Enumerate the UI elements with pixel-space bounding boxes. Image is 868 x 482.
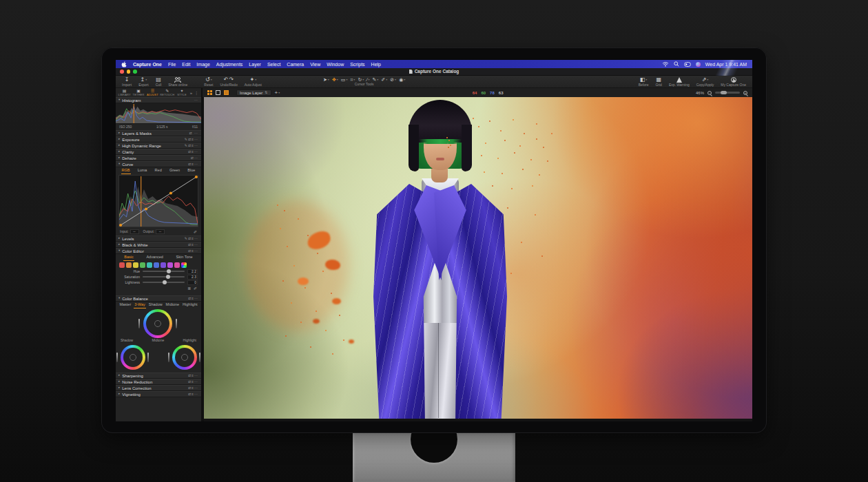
panel-histogram[interactable]: ▾ Histogram ⋯ <box>116 97 201 103</box>
cb-tab-highlight[interactable]: Highlight <box>182 302 198 308</box>
swatch-blue[interactable] <box>154 262 159 268</box>
undo-redo-button[interactable]: ↶↷ Undo/Redo <box>216 76 240 87</box>
swatch-magenta[interactable] <box>167 262 173 268</box>
cursor-tool-pan[interactable]: ✥▾ <box>332 77 338 82</box>
cb-tab-midtone[interactable]: Midtone <box>165 302 180 308</box>
cb-tab-master[interactable]: Master <box>118 302 132 308</box>
menu-file[interactable]: File <box>168 62 176 67</box>
panel-high-dynamic-range[interactable]: ▸ High Dynamic Range ✎⇄≡⋯ <box>116 143 201 149</box>
menu-scripts[interactable]: Scripts <box>350 62 364 67</box>
panel-lens-correction[interactable]: ▸ Lens Correction ⇄≡⋯ <box>116 385 201 391</box>
menu-view[interactable]: View <box>310 62 320 67</box>
color-editor-tab-basic[interactable]: Basic <box>123 254 134 261</box>
curve-graph[interactable] <box>118 175 198 227</box>
panel-levels[interactable]: ▸ Levels ✎⇄≡⋯ <box>116 235 201 242</box>
highlight-wheel[interactable] <box>172 345 197 370</box>
share-online-button[interactable]: Share online <box>165 76 191 87</box>
swatch-green[interactable] <box>140 262 145 268</box>
panel-noise-reduction[interactable]: ▸ Noise Reduction ⇄≡⋯ <box>116 379 201 385</box>
reset-button[interactable]: ↺▾ Reset <box>200 76 216 87</box>
panel-dehaze[interactable]: ▸ Dehaze ⇄⋯ <box>116 155 201 161</box>
color-editor-tab-advanced[interactable]: Advanced <box>145 254 163 261</box>
tab-adjust[interactable]: ☰ ADJUST <box>146 89 159 96</box>
tab-library[interactable]: ▤ LIBRARY <box>118 89 131 96</box>
saturation-slider-thumb[interactable] <box>166 275 170 279</box>
curve-tab-luma[interactable]: Luma <box>137 167 148 174</box>
image-viewer[interactable] <box>204 97 752 419</box>
search-icon[interactable] <box>674 61 679 67</box>
zoom-in-icon[interactable]: + <box>743 91 747 95</box>
zoom-slider-thumb[interactable] <box>721 91 727 94</box>
layer-select[interactable]: Image Layer ⇅ <box>236 90 271 96</box>
menu-adjustments[interactable]: Adjustments <box>216 62 243 67</box>
panel-layers-masks[interactable]: ▸ Layers & Masks ⇄ ⋯ <box>116 130 201 136</box>
menu-clock[interactable]: Wed Apr 1 9:41 AM <box>705 62 747 67</box>
menu-window[interactable]: Window <box>327 62 344 67</box>
lightness-value[interactable]: 0 <box>187 280 198 285</box>
panel-exposure[interactable]: ▸ Exposure ✎⇄≡⋯ <box>116 136 201 143</box>
control-center-icon[interactable] <box>684 62 691 67</box>
cursor-tool-spot[interactable]: ✎▾ <box>372 77 378 82</box>
curve-output-field[interactable]: -- <box>156 229 165 234</box>
color-picker-icon[interactable]: ✐ <box>194 286 197 291</box>
add-layer-button[interactable]: +▾ <box>275 90 280 96</box>
cursor-tool-straighten[interactable]: ∕▾ <box>366 77 369 82</box>
auto-adjust-button[interactable]: ✦▾ Auto Adjust <box>241 76 265 87</box>
swatch-all-colors[interactable] <box>181 262 187 268</box>
panel-color-editor[interactable]: ▾ Color Editor ⇄≡⋯ <box>116 248 201 254</box>
panel-clarity[interactable]: ▸ Clarity ⇄≡⋯ <box>116 149 201 155</box>
menu-select[interactable]: Select <box>267 62 280 67</box>
tab-tether[interactable]: ▣ TETHER <box>132 89 145 96</box>
exposure-warning-button[interactable]: Exp. Warning <box>665 76 693 87</box>
before-button[interactable]: ◧▾ Before <box>635 76 652 87</box>
zoom-slider[interactable] <box>715 92 740 94</box>
import-button[interactable]: ↧ Import <box>118 76 135 87</box>
curve-tab-blue[interactable]: Blue <box>187 167 196 174</box>
lightness-slider-thumb[interactable] <box>163 280 167 284</box>
multi-view-icon[interactable] <box>207 90 209 92</box>
cursor-tool-orientation[interactable]: ▭▾ <box>341 77 348 82</box>
saturation-value[interactable]: 2.3 <box>187 275 198 280</box>
zoom-out-icon[interactable]: - <box>707 91 712 95</box>
panel-more-icon[interactable]: ⋯ <box>194 98 198 102</box>
curve-tab-green[interactable]: Green <box>169 167 180 174</box>
menu-image[interactable]: Image <box>196 62 209 67</box>
cursor-tool-crop[interactable]: ⌗▾ <box>350 77 355 82</box>
copy-apply-button[interactable]: ⇗▾ Copy/Apply <box>693 76 718 87</box>
cursor-tool-pick-color[interactable]: ◉▾ <box>399 77 405 82</box>
tab-retouch[interactable]: ✎ RETOUCH <box>160 89 174 96</box>
cursor-tool-erase[interactable]: ⊘▾ <box>390 77 396 82</box>
menu-app-name[interactable]: Capture One <box>133 62 162 67</box>
cursor-tool-select[interactable]: ➤▾ <box>323 77 329 82</box>
panel-color-balance[interactable]: ▾ Color Balance ⇄≡⋯ <box>116 295 201 302</box>
swatch-orange[interactable] <box>126 262 132 268</box>
wifi-icon[interactable] <box>662 61 669 67</box>
viewer-mode-icon[interactable] <box>216 90 220 95</box>
menu-layer[interactable]: Layer <box>249 62 261 67</box>
panel-sharpening[interactable]: ▸ Sharpening ⇄≡⋯ <box>116 373 201 379</box>
curve-tab-rgb[interactable]: RGB <box>121 167 131 174</box>
hue-value[interactable]: 2.2 <box>187 269 198 274</box>
shadow-wheel[interactable] <box>121 345 145 370</box>
lightness-slider[interactable] <box>143 282 185 283</box>
tab-overflow-icon[interactable]: » <box>189 91 193 95</box>
proof-margin-icon[interactable] <box>224 90 229 95</box>
menu-camera[interactable]: Camera <box>287 62 304 67</box>
my-capture-one-button[interactable]: My Capture One <box>717 76 750 87</box>
color-range-grid-icon[interactable]: ≣ <box>187 286 191 291</box>
tab-style[interactable]: ✦ STYLE <box>175 89 188 96</box>
color-editor-tab-skin-tone[interactable]: Skin Tone <box>176 254 194 261</box>
grid-button[interactable]: ▦ Grid <box>652 76 665 87</box>
hue-slider-thumb[interactable] <box>167 269 171 273</box>
curve-picker-icon[interactable]: ✐ <box>194 230 197 234</box>
swatch-yellow[interactable] <box>133 262 138 268</box>
menu-edit[interactable]: Edit <box>182 62 190 67</box>
panel-curve[interactable]: ▾ Curve ⇄≡⋯ <box>116 161 201 167</box>
swatch-red[interactable] <box>119 262 125 268</box>
cull-button[interactable]: ▤ Cull <box>152 76 165 87</box>
cb-tab-shadow[interactable]: Shadow <box>148 302 163 308</box>
tab-menu-icon[interactable]: ⋮ <box>194 90 199 95</box>
hue-slider[interactable] <box>143 271 185 272</box>
export-button[interactable]: ↥▾ Export <box>135 76 152 87</box>
swatch-pink[interactable] <box>174 262 180 268</box>
